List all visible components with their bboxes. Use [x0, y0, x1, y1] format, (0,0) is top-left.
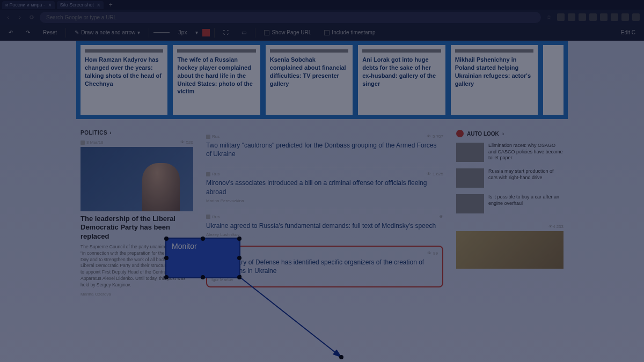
extension-icon[interactable] [632, 13, 640, 21]
extension-icons [557, 13, 640, 21]
featured-title: The wife of a Russian hockey player comp… [177, 56, 255, 95]
byline: Alexey Lushnikov [206, 232, 443, 237]
resize-handle[interactable] [164, 256, 169, 260]
eye-icon: 👁 [427, 172, 431, 176]
sidebar-views: 👁 4 233 [456, 224, 564, 229]
autolook-icon [456, 130, 464, 137]
chevron-right-icon: › [502, 131, 504, 137]
extension-icon[interactable] [611, 13, 618, 21]
featured-title: Mikhail Pshenichny in Poland started hel… [455, 56, 533, 87]
article-title: Mironov's associates introduced a bill o… [206, 179, 443, 196]
sidebar-item[interactable]: Elimination races: why OSAGO and CASCO p… [456, 143, 564, 162]
browser-tab-2[interactable]: Silo Screenshot × [57, 1, 104, 9]
byline: Marina Ozerova [80, 292, 193, 297]
extension-icon[interactable] [557, 13, 565, 21]
resize-handle[interactable] [237, 256, 241, 260]
url-input[interactable] [40, 12, 541, 23]
resize-handle[interactable] [164, 275, 169, 279]
chevron-down-icon: ▾ [137, 29, 140, 35]
annotation-text: Monitor [172, 242, 197, 250]
featured-card[interactable]: How Ramzan Kadyrov has changed over the … [80, 45, 167, 115]
new-tab-button[interactable]: + [106, 1, 116, 9]
forward-icon[interactable]: › [16, 13, 24, 21]
pen-icon: ✎ [75, 29, 79, 35]
lead-title[interactable]: The leadership of the Liberal Democratic… [80, 215, 193, 241]
featured-card-partial[interactable] [543, 45, 564, 115]
category-icon [206, 135, 210, 139]
close-icon[interactable]: × [48, 2, 52, 8]
annotation-box[interactable]: Monitor [165, 238, 240, 278]
featured-card[interactable]: Ani Lorak got into huge debts for the sa… [358, 45, 445, 115]
category-icon [206, 172, 210, 176]
featured-title: How Ramzan Kadyrov has changed over the … [85, 56, 163, 87]
extension-icon[interactable] [579, 13, 586, 21]
thumbnail [270, 49, 348, 53]
eye-icon: 👁 [427, 134, 431, 139]
featured-card[interactable]: Ksenia Sobchak complained about financia… [266, 45, 353, 115]
article-item-highlighted[interactable]: Rus 👁99 The Ministry of Defense has iden… [206, 246, 443, 287]
sidebar-image[interactable] [456, 231, 564, 269]
lead-image[interactable] [80, 147, 193, 211]
thumbnail [177, 49, 255, 53]
draw-tool-button[interactable]: ✎ Draw a note and arrow ▾ [70, 28, 144, 37]
article-item[interactable]: Rus 👁1 625 Mironov's associates introduc… [206, 167, 443, 209]
reload-icon[interactable]: ⟳ [28, 13, 35, 21]
tool-icon[interactable]: ⛶ [219, 28, 233, 37]
reset-button[interactable]: Reset [39, 28, 61, 37]
browser-tab-1[interactable]: и России и мира - × [2, 1, 55, 9]
resize-handle[interactable] [201, 275, 205, 279]
sidebar-item-text: Is it possible to buy a car after an eng… [488, 194, 564, 213]
show-url-checkbox[interactable]: Show Page URL [260, 28, 316, 37]
redo-button[interactable]: ↷ [21, 28, 34, 37]
thumbnail [456, 143, 484, 162]
close-icon[interactable]: × [97, 2, 100, 8]
extension-icon[interactable] [589, 13, 597, 21]
article-item[interactable]: Rus 👁 Ukraine agreed to Russia's fundame… [206, 210, 443, 243]
sidebar-section-label[interactable]: AUTO LOOK › [456, 130, 564, 137]
thumbnail [85, 49, 163, 53]
sidebar: AUTO LOOK › Elimination races: why OSAGO… [456, 130, 564, 297]
extension-icon[interactable] [621, 13, 629, 21]
featured-card[interactable]: Mikhail Pshenichny in Poland started hel… [451, 45, 538, 115]
eye-icon: 👁 [548, 224, 553, 229]
sidebar-item-text: Russia may start production of cars with… [488, 168, 564, 188]
article-title: Two military "cauldrons" predicted for t… [206, 141, 443, 158]
resize-handle[interactable] [201, 237, 205, 241]
chevron-down-icon: ▾ [195, 29, 198, 35]
stroke-width[interactable]: 3px [174, 28, 191, 37]
politics-list-column: Rus 👁5 707 Two military "cauldrons" pred… [206, 130, 443, 297]
extension-icon[interactable] [568, 13, 575, 21]
tool-icon[interactable]: ▭ [237, 28, 251, 37]
color-swatch[interactable] [202, 29, 210, 36]
article-title: The Ministry of Defense has identified s… [211, 258, 438, 275]
stroke-preview [153, 32, 170, 33]
extension-icon[interactable] [600, 13, 608, 21]
back-icon[interactable]: ‹ [4, 13, 12, 21]
undo-button[interactable]: ↶ [4, 28, 17, 37]
section-label-politics[interactable]: POLITICS [80, 130, 193, 136]
resize-handle[interactable] [164, 237, 169, 241]
article-meta: 8 Mar/18 [80, 140, 104, 145]
sidebar-item[interactable]: Russia may start production of cars with… [456, 168, 564, 188]
resize-handle[interactable] [237, 275, 241, 279]
eye-icon: 👁 [439, 215, 443, 219]
page-content: How Ramzan Kadyrov has changed over the … [0, 41, 644, 362]
tab-title: Silo Screenshot [60, 2, 94, 8]
featured-row: How Ramzan Kadyrov has changed over the … [76, 41, 568, 119]
thumbnail [456, 168, 484, 188]
star-icon[interactable]: ☆ [545, 13, 553, 21]
article-title: Ukraine agreed to Russia's fundamental d… [206, 221, 443, 230]
eye-icon: 👁 [180, 140, 185, 145]
annotation-toolbar: ↶ ↷ Reset ✎ Draw a note and arrow ▾ 3px … [0, 25, 644, 41]
byline: Marina Perevozkina [206, 198, 443, 203]
resize-handle[interactable] [237, 237, 241, 241]
edit-button[interactable]: Edit C [617, 28, 640, 37]
article-views: 👁520 [180, 140, 193, 145]
featured-card[interactable]: The wife of a Russian hockey player comp… [173, 45, 260, 115]
svg-point-2 [339, 355, 343, 359]
sidebar-item[interactable]: Is it possible to buy a car after an eng… [456, 194, 564, 213]
thumbnail [455, 49, 533, 53]
include-timestamp-checkbox[interactable]: Include timestamp [320, 28, 379, 37]
article-item[interactable]: Rus 👁5 707 Two military "cauldrons" pred… [206, 130, 443, 167]
byline: Igor Martov [211, 277, 438, 282]
